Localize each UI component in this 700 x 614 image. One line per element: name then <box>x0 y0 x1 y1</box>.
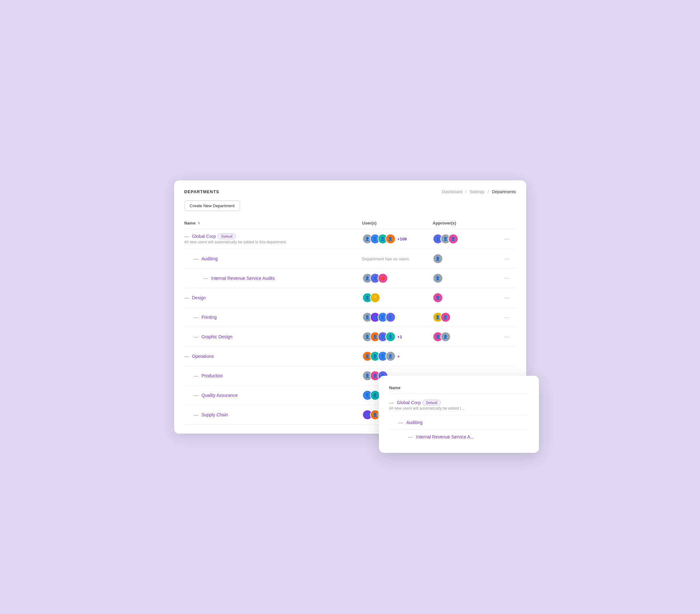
avatar: 👤 <box>433 254 443 264</box>
more-button[interactable]: ··· <box>503 314 512 321</box>
avatar: 👤 <box>385 234 396 244</box>
col-name-header: Name ⇅ <box>184 221 362 226</box>
no-users-text: Department has no users. <box>362 256 410 261</box>
more-options-irs-audits[interactable]: ··· <box>503 275 516 282</box>
avatar-stack: 👤 👤 🔴 <box>362 273 388 283</box>
more-button[interactable]: ··· <box>503 256 512 262</box>
avatar: 👤 <box>440 312 451 322</box>
dept-name-irs-audits: — Internal Revenue Service Audits <box>184 276 362 281</box>
dept-link-graphic-design[interactable]: Graphic Design <box>202 334 233 339</box>
more-button[interactable]: ··· <box>503 334 512 340</box>
approver-stack: 👤 <box>433 254 443 264</box>
dept-link-global-corp[interactable]: Global Corp <box>192 234 216 239</box>
floating-default-badge: Default <box>423 400 441 406</box>
floating-global-corp-subtext: All new users will automatically be adde… <box>389 406 529 411</box>
dept-row-global-corp: — Global Corp Default All new users will… <box>184 229 516 249</box>
user-count-operations: + <box>398 354 400 359</box>
global-corp-subtext: All new users will automatically be adde… <box>184 240 362 244</box>
approvers-cell-auditing: 👤 <box>433 254 503 264</box>
more-options-printing[interactable]: ··· <box>503 314 516 321</box>
dept-name-graphic-design: — Graphic Design <box>184 334 362 339</box>
avatar-stack: 👤 👤 👤 👤 <box>362 312 396 322</box>
users-cell-global-corp: 👤 👤 👤 👤 +109 <box>362 234 433 244</box>
avatar-stack: 👤 👤 👤 👤 <box>362 234 396 244</box>
approver-stack: 👤 <box>433 293 443 303</box>
dept-row-auditing: — Auditing Department has no users. 👤 ··… <box>184 249 516 269</box>
avatar: 👤 <box>385 351 396 361</box>
users-cell-irs-audits: 👤 👤 🔴 <box>362 273 433 283</box>
floating-dept-link-irs[interactable]: Internal Revenue Service A... <box>416 434 474 439</box>
breadcrumb-departments: Departments <box>492 189 516 194</box>
more-options-auditing[interactable]: ··· <box>503 256 516 262</box>
dept-row-irs-audits: — Internal Revenue Service Audits 👤 👤 🔴 … <box>184 269 516 288</box>
floating-col-name-header: Name <box>389 385 400 390</box>
avatar-stack: 👤 👤 <box>362 390 380 400</box>
more-options-graphic-design[interactable]: ··· <box>503 334 516 340</box>
dept-row-printing: — Printing 👤 👤 👤 👤 👤 👤 ··· <box>184 308 516 327</box>
dept-link-auditing[interactable]: Auditing <box>202 256 218 261</box>
breadcrumb-settings[interactable]: Settings <box>470 189 485 194</box>
breadcrumb: Dashboard / Settings / Departments <box>442 189 516 194</box>
avatar: 🔑 <box>370 293 380 303</box>
approvers-cell-global-corp: 👤 👤 👤 <box>433 234 503 244</box>
dept-name-global-corp: — Global Corp Default All new users will… <box>184 233 362 244</box>
dept-name-production: — Production <box>184 373 362 378</box>
breadcrumb-dashboard[interactable]: Dashboard <box>442 189 463 194</box>
floating-dept-row-irs: — Internal Revenue Service A... <box>389 430 529 444</box>
avatar: 👤 <box>385 312 396 322</box>
dept-link-supply-chain[interactable]: Supply Chain <box>202 412 228 417</box>
floating-dept-row-auditing: — Auditing <box>389 415 529 430</box>
dept-name-design: — Design <box>184 295 362 300</box>
avatar-stack: 👤 👤 👤 👤 <box>362 351 396 361</box>
dept-row-graphic-design: — Graphic Design 👤 👤 👤 👤 +1 👤 👤 <box>184 327 516 347</box>
avatar: 👤 <box>448 234 458 244</box>
approver-stack: 👤 👤 <box>433 332 451 342</box>
approvers-cell-graphic-design: 👤 👤 <box>433 332 503 342</box>
more-button[interactable]: ··· <box>503 236 512 242</box>
page-wrapper: DEPARTMENTS Dashboard / Settings / Depar… <box>174 180 526 434</box>
dept-link-printing[interactable]: Printing <box>202 315 217 320</box>
dept-name-printing: — Printing <box>184 315 362 320</box>
dept-name-quality-assurance: — Quality Assurance <box>184 393 362 398</box>
dept-link-quality-assurance[interactable]: Quality Assurance <box>202 393 238 398</box>
col-users-header: User(s) <box>362 221 433 226</box>
avatar: 👤 <box>433 293 443 303</box>
default-badge: Default <box>218 233 236 239</box>
floating-dept-link-global-corp[interactable]: Global Corp <box>397 400 421 405</box>
approver-stack: 👤 👤 <box>433 312 451 322</box>
sort-icon[interactable]: ⇅ <box>198 221 200 225</box>
card-header: DEPARTMENTS Dashboard / Settings / Depar… <box>184 189 516 194</box>
more-options-global-corp[interactable]: ··· <box>503 236 516 242</box>
avatar: 👤 <box>370 390 380 400</box>
dept-link-design[interactable]: Design <box>192 295 206 300</box>
floating-dept-link-auditing[interactable]: Auditing <box>407 420 423 425</box>
dept-name-supply-chain: — Supply Chain <box>184 412 362 417</box>
floating-card: Name — Global Corp Default All new users… <box>379 376 539 453</box>
users-cell-auditing: Department has no users. <box>362 256 433 261</box>
avatar: 👤 <box>440 332 451 342</box>
approver-stack: 👤 <box>433 273 443 283</box>
approver-stack: 👤 👤 👤 <box>433 234 458 244</box>
dept-name-auditing: — Auditing <box>184 256 362 261</box>
dept-link-operations[interactable]: Operations <box>192 354 214 359</box>
floating-dept-name-auditing: — Auditing <box>389 420 529 425</box>
floating-dept-name-global-corp: — Global Corp Default All new users will… <box>389 400 529 411</box>
page-title: DEPARTMENTS <box>184 189 219 194</box>
users-cell-graphic-design: 👤 👤 👤 👤 +1 <box>362 332 433 342</box>
floating-dept-name-irs: — Internal Revenue Service A... <box>389 434 529 439</box>
avatar: 👤 <box>433 273 443 283</box>
more-button[interactable]: ··· <box>503 295 512 301</box>
more-options-design[interactable]: ··· <box>503 295 516 301</box>
dept-link-production[interactable]: Production <box>202 373 223 378</box>
users-cell-operations: 👤 👤 👤 👤 + <box>362 351 433 361</box>
avatar: 🔴 <box>378 273 388 283</box>
dept-link-irs-audits[interactable]: Internal Revenue Service Audits <box>211 276 275 281</box>
more-button[interactable]: ··· <box>503 275 512 282</box>
table-header: Name ⇅ User(s) Approver(s) <box>184 217 516 229</box>
approvers-cell-irs-audits: 👤 <box>433 273 503 283</box>
create-department-button[interactable]: Create New Department <box>184 201 240 211</box>
dept-row-operations: — Operations 👤 👤 👤 👤 + <box>184 347 516 366</box>
col-approvers-header: Approver(s) <box>433 221 503 226</box>
avatar: 👤 <box>385 332 396 342</box>
user-count-graphic-design: +1 <box>398 334 402 339</box>
